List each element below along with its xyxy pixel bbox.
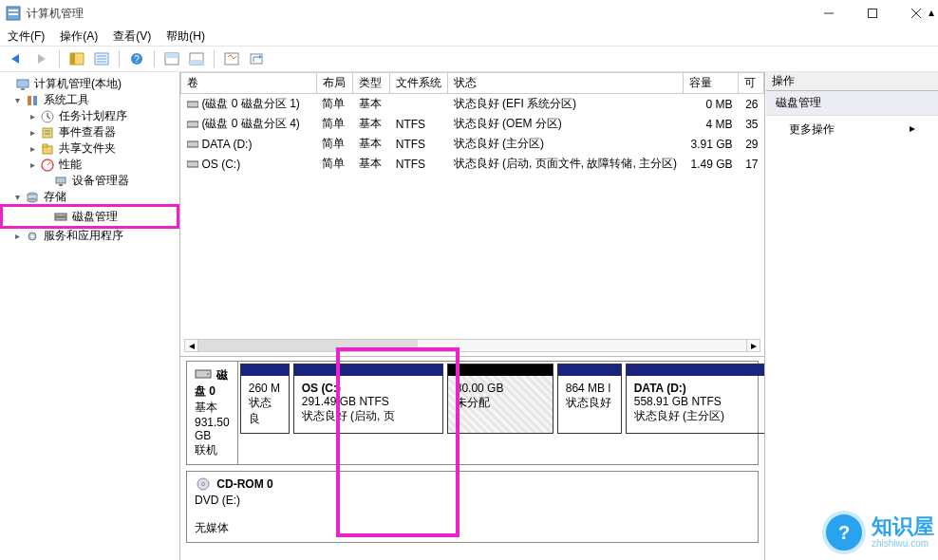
col-capacity[interactable]: 容量: [683, 73, 738, 94]
tree-disk-management[interactable]: 磁盘管理: [72, 209, 118, 225]
view-top-button[interactable]: [160, 48, 183, 69]
tools-icon: [25, 93, 40, 108]
menu-help[interactable]: 帮助(H): [166, 28, 205, 45]
settings-button[interactable]: [220, 48, 243, 69]
cdrom-row[interactable]: CD-ROM 0 DVD (E:) 无媒体: [186, 471, 759, 543]
menu-file[interactable]: 文件(F): [8, 28, 45, 45]
chevron-right-icon[interactable]: ▸: [27, 127, 38, 138]
svg-point-52: [207, 373, 209, 375]
col-status[interactable]: 状态: [448, 73, 683, 94]
svg-line-37: [47, 162, 50, 165]
svg-rect-27: [33, 96, 37, 105]
computer-icon: [15, 77, 30, 92]
partition-os-c[interactable]: OS (C:)291.49 GB NTFS状态良好 (启动, 页: [293, 364, 443, 434]
partition-oem[interactable]: 864 MB l状态良好: [557, 364, 622, 434]
svg-rect-44: [55, 217, 66, 220]
svg-rect-10: [70, 53, 75, 65]
col-layout[interactable]: 布局: [316, 73, 353, 94]
storage-icon: [25, 190, 40, 205]
svg-rect-22: [251, 54, 262, 64]
svg-rect-47: [187, 102, 198, 107]
shared-folders-icon: [40, 141, 55, 157]
tree-event-viewer[interactable]: 事件查看器: [59, 124, 116, 140]
menu-action[interactable]: 操作(A): [60, 28, 98, 45]
watermark-url: zhishiwu.com: [872, 538, 929, 549]
disk-0-row[interactable]: 磁盘 0 基本 931.50 GB 联机 260 M状态良 OS (C:)291…: [186, 361, 759, 465]
watermark-icon: ?: [822, 511, 866, 554]
cdrom-title: CD-ROM 0: [216, 477, 272, 491]
performance-icon: [40, 158, 55, 173]
partition-data-d[interactable]: DATA (D:)558.91 GB NTFS状态良好 (主分区): [626, 364, 764, 434]
minimize-button[interactable]: [807, 0, 851, 27]
svg-rect-21: [225, 53, 238, 65]
cdrom-icon: [195, 477, 214, 494]
forward-button[interactable]: [30, 48, 53, 69]
volume-row[interactable]: DATA (D:)简单基本NTFS状态良好 (主分区)3.91 GB29: [181, 134, 764, 154]
chevron-right-icon: ▸: [910, 121, 915, 138]
tree-task-scheduler[interactable]: 任务计划程序: [59, 108, 127, 124]
chevron-right-icon[interactable]: ▸: [27, 159, 38, 170]
actions-disk-management[interactable]: 磁盘管理 ▴: [766, 91, 938, 116]
watermark-text: 知识屋: [872, 516, 934, 537]
chevron-down-icon[interactable]: ▾: [11, 192, 23, 202]
col-volume[interactable]: 卷: [181, 73, 317, 94]
horizontal-scrollbar[interactable]: ◂ ▸: [184, 339, 760, 352]
event-viewer-icon: [40, 125, 55, 140]
scroll-left-icon[interactable]: ◂: [185, 340, 198, 351]
svg-point-54: [202, 483, 205, 486]
volume-list[interactable]: 卷 布局 类型 文件系统 状态 容量 可 (磁盘 0 磁盘分区 1)简单基本状态…: [180, 72, 764, 357]
col-type[interactable]: 类型: [353, 73, 390, 94]
show-hide-tree-button[interactable]: [66, 48, 88, 69]
cdrom-state: 无媒体: [195, 521, 229, 534]
disk-kind: 基本: [195, 401, 217, 414]
chevron-right-icon[interactable]: ▸: [11, 231, 23, 241]
svg-rect-26: [28, 96, 31, 105]
svg-rect-49: [187, 141, 198, 147]
tree-storage[interactable]: 存储: [44, 189, 66, 205]
svg-rect-35: [43, 144, 47, 147]
partition-efi[interactable]: 260 M状态良: [240, 364, 290, 434]
back-button[interactable]: [6, 48, 28, 69]
scroll-right-icon[interactable]: ▸: [746, 340, 760, 351]
menu-view[interactable]: 查看(V): [113, 28, 151, 45]
tree-shared-folders[interactable]: 共享文件夹: [59, 140, 116, 157]
watermark: ? 知识屋 zhishiwu.com: [822, 511, 934, 554]
svg-rect-48: [187, 121, 198, 127]
volume-row[interactable]: (磁盘 0 磁盘分区 4)简单基本NTFS状态良好 (OEM 分区)4 MB35: [181, 114, 764, 134]
properties-button[interactable]: [90, 48, 113, 69]
task-scheduler-icon: [40, 109, 55, 124]
window-title: 计算机管理: [27, 6, 807, 22]
svg-rect-2: [9, 13, 18, 15]
col-free[interactable]: 可: [739, 73, 764, 94]
volume-row[interactable]: (磁盘 0 磁盘分区 1)简单基本状态良好 (EFI 系统分区)0 MB26: [181, 94, 764, 115]
tree-performance[interactable]: 性能: [59, 157, 82, 173]
view-bottom-button[interactable]: [185, 48, 208, 69]
refresh-button[interactable]: [245, 48, 268, 69]
svg-rect-43: [55, 214, 66, 216]
svg-rect-4: [869, 9, 877, 18]
volume-row[interactable]: OS (C:)简单基本NTFS状态良好 (启动, 页面文件, 故障转储, 主分区…: [181, 154, 764, 174]
navigation-tree[interactable]: 计算机管理(本地) ▾系统工具 ▸任务计划程序 ▸事件查看器 ▸共享文件夹 ▸性…: [0, 72, 180, 560]
svg-marker-8: [38, 54, 46, 64]
chevron-right-icon[interactable]: ▸: [27, 111, 38, 121]
cdrom-drive: DVD (E:): [195, 494, 240, 507]
disk-management-icon: [53, 209, 68, 224]
svg-text:?: ?: [134, 54, 140, 65]
help-button[interactable]: ?: [125, 48, 148, 69]
maximize-button[interactable]: [851, 0, 894, 27]
tree-root[interactable]: 计算机管理(本地): [34, 76, 122, 92]
svg-rect-50: [187, 161, 198, 167]
actions-more[interactable]: 更多操作 ▸: [766, 116, 938, 143]
chevron-right-icon[interactable]: ▸: [27, 143, 38, 154]
tree-system-tools[interactable]: 系统工具: [44, 92, 89, 108]
partition-unallocated[interactable]: 80.00 GB未分配: [447, 364, 553, 434]
disk-icon: [195, 367, 214, 383]
device-manager-icon: [53, 174, 68, 189]
disk-size: 931.50 GB: [195, 416, 230, 442]
tree-device-manager[interactable]: 设备管理器: [72, 173, 129, 189]
col-fs[interactable]: 文件系统: [390, 73, 448, 94]
svg-rect-18: [165, 53, 178, 58]
svg-rect-38: [56, 177, 66, 183]
tree-services[interactable]: 服务和应用程序: [44, 228, 123, 244]
chevron-down-icon[interactable]: ▾: [11, 95, 23, 105]
